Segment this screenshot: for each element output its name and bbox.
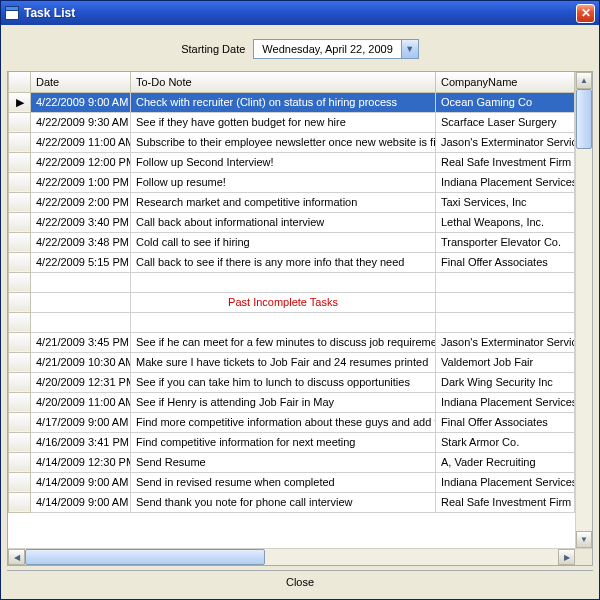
row-header-cell[interactable] (9, 292, 31, 312)
cell-company[interactable]: Jason's Exterminator Service (436, 132, 575, 152)
cell-note[interactable]: Follow up Second Interview! (131, 152, 436, 172)
cell-note[interactable]: See if Henry is attending Job Fair in Ma… (131, 392, 436, 412)
row-header-cell[interactable] (9, 252, 31, 272)
cell-note[interactable]: Find more competitive information about … (131, 412, 436, 432)
column-company[interactable]: CompanyName (436, 72, 575, 92)
cell-company[interactable]: Transporter Elevator Co. (436, 232, 575, 252)
table-row[interactable]: 4/22/2009 1:00 PMFollow up resume!Indian… (9, 172, 575, 192)
table-row[interactable]: 4/14/2009 12:30 PMSend ResumeA, Vader Re… (9, 452, 575, 472)
cell-note[interactable]: Call back about informational interview (131, 212, 436, 232)
row-header-cell[interactable] (9, 352, 31, 372)
table-row[interactable]: 4/22/2009 3:48 PMCold call to see if hir… (9, 232, 575, 252)
hscroll-thumb[interactable] (25, 549, 265, 565)
horizontal-scrollbar[interactable]: ◀ ▶ (8, 548, 592, 565)
cell-note[interactable]: Make sure I have tickets to Job Fair and… (131, 352, 436, 372)
cell-note[interactable]: Research market and competitive informat… (131, 192, 436, 212)
cell-note[interactable]: Find competitive information for next me… (131, 432, 436, 452)
column-date[interactable]: Date (31, 72, 131, 92)
table-row[interactable]: ▶4/22/2009 9:00 AMCheck with recruiter (… (9, 92, 575, 112)
cell-date[interactable]: 4/14/2009 9:00 AM (31, 472, 131, 492)
cell-date[interactable]: 4/20/2009 11:00 AM (31, 392, 131, 412)
cell-note[interactable]: Subscribe to their employee newsletter o… (131, 132, 436, 152)
row-header-cell[interactable] (9, 232, 31, 252)
scroll-right-icon[interactable]: ▶ (558, 549, 575, 565)
row-header-cell[interactable] (9, 152, 31, 172)
table-row[interactable]: 4/14/2009 9:00 AMSend in revised resume … (9, 472, 575, 492)
scroll-track[interactable] (576, 89, 592, 531)
cell-date[interactable]: 4/20/2009 12:31 PM (31, 372, 131, 392)
cell-note[interactable]: Send thank you note for phone call inter… (131, 492, 436, 512)
table-row[interactable] (9, 272, 575, 292)
table-row[interactable]: Past Incomplete Tasks (9, 292, 575, 312)
cell-date[interactable]: 4/22/2009 9:00 AM (31, 92, 131, 112)
cell-note[interactable]: See if they have gotten budget for new h… (131, 112, 436, 132)
row-header-cell[interactable] (9, 172, 31, 192)
cell-date[interactable]: 4/14/2009 9:00 AM (31, 492, 131, 512)
cell-company[interactable]: Valdemort Job Fair (436, 352, 575, 372)
starting-date-value[interactable]: Wednesday, April 22, 2009 (254, 41, 400, 57)
cell-date[interactable]: 4/22/2009 3:48 PM (31, 232, 131, 252)
cell-note[interactable]: Cold call to see if hiring (131, 232, 436, 252)
row-header-cell[interactable] (9, 332, 31, 352)
row-header-cell[interactable]: ▶ (9, 92, 31, 112)
hscroll-track[interactable] (25, 549, 558, 565)
row-header-cell[interactable] (9, 452, 31, 472)
row-header-column[interactable] (9, 72, 31, 92)
cell-date[interactable]: 4/22/2009 2:00 PM (31, 192, 131, 212)
cell-company[interactable]: Final Offer Associates (436, 412, 575, 432)
cell-company[interactable]: Real Safe Investment Firm (436, 152, 575, 172)
cell-date[interactable]: 4/22/2009 1:00 PM (31, 172, 131, 192)
table-row[interactable]: 4/22/2009 11:00 AMSubscribe to their emp… (9, 132, 575, 152)
cell-date[interactable]: 4/22/2009 5:15 PM (31, 252, 131, 272)
row-header-cell[interactable] (9, 432, 31, 452)
table-row[interactable]: 4/20/2009 12:31 PMSee if you can take hi… (9, 372, 575, 392)
cell-company[interactable]: Ocean Gaming Co (436, 92, 575, 112)
cell-date[interactable]: 4/17/2009 9:00 AM (31, 412, 131, 432)
row-header-cell[interactable] (9, 312, 31, 332)
row-header-cell[interactable] (9, 132, 31, 152)
cell-note[interactable]: See if you can take him to lunch to disc… (131, 372, 436, 392)
cell-company[interactable]: Indiana Placement Services (436, 472, 575, 492)
chevron-down-icon[interactable]: ▼ (401, 40, 418, 58)
row-header-cell[interactable] (9, 372, 31, 392)
cell-company[interactable]: Indiana Placement Services (436, 172, 575, 192)
scroll-left-icon[interactable]: ◀ (8, 549, 25, 565)
cell-date[interactable]: 4/22/2009 3:40 PM (31, 212, 131, 232)
column-note[interactable]: To-Do Note (131, 72, 436, 92)
cell-date[interactable]: 4/21/2009 3:45 PM (31, 332, 131, 352)
cell-date[interactable]: 4/22/2009 11:00 AM (31, 132, 131, 152)
cell-date[interactable]: 4/16/2009 3:41 PM (31, 432, 131, 452)
cell-date[interactable]: 4/14/2009 12:30 PM (31, 452, 131, 472)
cell-company[interactable]: Stark Armor Co. (436, 432, 575, 452)
cell-company[interactable]: Jason's Exterminator Service (436, 332, 575, 352)
vertical-scrollbar[interactable]: ▲ ▼ (575, 72, 592, 548)
cell-date[interactable]: 4/22/2009 12:00 PM (31, 152, 131, 172)
row-header-cell[interactable] (9, 392, 31, 412)
cell-company[interactable]: Real Safe Investment Firm (436, 492, 575, 512)
row-header-cell[interactable] (9, 472, 31, 492)
titlebar[interactable]: Task List ✕ (1, 1, 599, 25)
table-row[interactable]: 4/20/2009 11:00 AMSee if Henry is attend… (9, 392, 575, 412)
cell-company[interactable]: Scarface Laser Surgery (436, 112, 575, 132)
table-row[interactable]: 4/22/2009 3:40 PMCall back about informa… (9, 212, 575, 232)
row-header-cell[interactable] (9, 412, 31, 432)
cell-company[interactable]: Indiana Placement Services (436, 392, 575, 412)
cell-company[interactable]: A, Vader Recruiting (436, 452, 575, 472)
cell-company[interactable]: Final Offer Associates (436, 252, 575, 272)
table-row[interactable]: 4/14/2009 9:00 AMSend thank you note for… (9, 492, 575, 512)
scroll-down-icon[interactable]: ▼ (576, 531, 592, 548)
row-header-cell[interactable] (9, 212, 31, 232)
table-row[interactable]: 4/16/2009 3:41 PMFind competitive inform… (9, 432, 575, 452)
close-button[interactable]: Close (7, 570, 593, 593)
scroll-up-icon[interactable]: ▲ (576, 72, 592, 89)
table-row[interactable]: 4/21/2009 10:30 AMMake sure I have ticke… (9, 352, 575, 372)
cell-date[interactable]: 4/22/2009 9:30 AM (31, 112, 131, 132)
row-header-cell[interactable] (9, 272, 31, 292)
close-icon[interactable]: ✕ (576, 4, 595, 23)
cell-date[interactable]: 4/21/2009 10:30 AM (31, 352, 131, 372)
table-row[interactable]: 4/22/2009 5:15 PMCall back to see if the… (9, 252, 575, 272)
cell-note[interactable]: Follow up resume! (131, 172, 436, 192)
cell-company[interactable]: Dark Wing Security Inc (436, 372, 575, 392)
cell-note[interactable]: Send in revised resume when completed (131, 472, 436, 492)
row-header-cell[interactable] (9, 112, 31, 132)
